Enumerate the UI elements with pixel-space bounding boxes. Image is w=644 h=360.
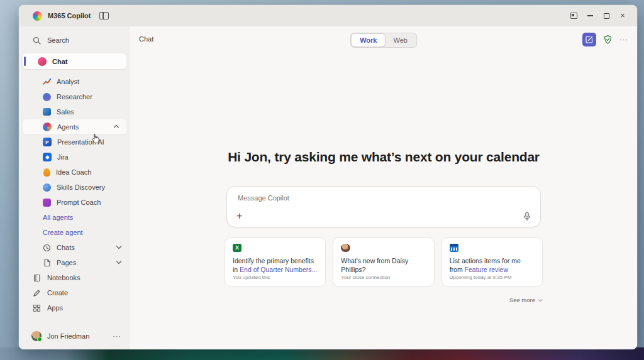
close-button[interactable]: × [614,8,631,23]
see-more-button[interactable]: See more [225,297,543,303]
attach-plus-button[interactable]: + [236,211,242,221]
microphone-icon[interactable] [523,212,531,221]
idea-coach-icon [43,168,50,177]
sidebar-item-label: Jira [57,153,69,161]
excel-icon: X [233,244,242,252]
sidebar-toggle-icon[interactable] [99,12,109,19]
card-subtext: Upcoming today at 9:35 PM [450,275,535,280]
presentation-ai-icon: P [43,138,52,146]
sidebar-section-chats[interactable]: Chats [19,240,130,255]
maximize-icon [604,13,609,19]
minimize-button[interactable] [582,8,598,23]
sidebar-item-label: Notebooks [47,274,80,281]
greeting-heading: Hi Jon, try asking me what’s next on you… [130,150,637,165]
sidebar-item-label: Idea Coach [56,168,91,176]
apps-grid-icon [33,304,41,312]
prompt-coach-icon [43,199,51,207]
copilot-logo-icon [33,11,42,21]
shield-check-icon[interactable] [603,35,613,45]
card-text: List actions items for me from Feature r… [450,256,535,275]
account-row[interactable]: Jon Friedman ··· [19,327,130,349]
sidebar-item-researcher[interactable]: Researcher [19,89,130,104]
notebook-icon [33,274,41,282]
researcher-icon [43,93,51,101]
main-header: Chat Work Web ··· [130,26,637,52]
sidebar-item-label: Sales [57,108,74,116]
sidebar-item-apps[interactable]: Apps [19,300,130,315]
sidebar: Search Chat Analyst Researcher Sales Age [19,26,130,349]
sidebar-item-label: Apps [47,304,63,312]
sidebar-item-label: Analyst [57,78,79,85]
analyst-icon [43,78,51,86]
sidebar-spacer [19,315,130,327]
sidebar-item-label: Pages [57,259,76,266]
pages-icon [43,259,51,267]
search-label: Search [47,36,69,44]
sidebar-item-label: Researcher [57,93,92,101]
user-avatar [31,331,42,341]
popout-icon [570,13,577,19]
suggestion-card-daisy[interactable]: What's new from Daisy Phillips? Your clo… [333,237,434,286]
card-text: What's new from Daisy Phillips? [341,256,426,275]
sidebar-item-analyst[interactable]: Analyst [19,74,130,89]
skills-discovery-icon [43,183,51,192]
sidebar-item-notebooks[interactable]: Notebooks [19,270,130,285]
history-clock-icon [43,244,51,252]
work-web-toggle: Work Web [350,33,417,48]
page-title: Chat [139,35,153,43]
sidebar-item-create[interactable]: Create [19,285,130,300]
card-link[interactable]: End of Quarter Numbers... [240,266,317,273]
maximize-button[interactable] [598,8,614,23]
card-text: Identify the primary benefits in End of … [233,256,318,275]
message-composer[interactable]: Message Copilot + [226,186,541,227]
card-subtext: You updated this [233,275,318,280]
sidebar-item-label: Prompt Coach [57,199,101,206]
header-more-button[interactable]: ··· [619,36,628,43]
main-area: Chat Work Web ··· Hi Jon, try asking me … [130,26,637,349]
sidebar-item-sales[interactable]: Sales [19,104,130,119]
popout-button[interactable] [565,8,582,23]
calendar-icon [450,244,458,252]
sales-icon [43,108,51,116]
app-window: M365 Copilot × Search Chat Analyst [19,5,637,349]
suggestion-cards: X Identify the primary benefits in End o… [225,237,543,286]
sidebar-item-presentation-ai[interactable]: P Presentation AI [19,134,130,150]
suggestion-card-excel[interactable]: X Identify the primary benefits in End o… [225,237,326,286]
jira-icon [43,153,52,161]
card-link[interactable]: Feature review [465,266,508,273]
chevron-down-icon[interactable] [116,245,122,249]
chevron-down-icon[interactable] [116,260,122,265]
chevron-up-icon[interactable] [113,124,119,129]
sidebar-item-prompt-coach[interactable]: Prompt Coach [19,195,130,210]
minimize-icon [587,15,593,16]
account-more-button[interactable]: ··· [113,332,121,340]
mouse-cursor [91,133,100,144]
desktop-wallpaper [0,347,644,360]
sidebar-item-skills-discovery[interactable]: Skills Discovery [19,180,130,195]
create-agent-link[interactable]: Create agent [19,225,130,240]
sidebar-item-agents[interactable]: Agents [23,119,126,134]
search-icon [33,36,41,45]
titlebar: M365 Copilot × [19,5,637,26]
toggle-work[interactable]: Work [352,34,385,46]
sidebar-item-label: Skills Discovery [57,183,105,191]
sidebar-item-chat[interactable]: Chat [23,53,126,69]
daisy-avatar [341,244,350,252]
sidebar-section-pages[interactable]: Pages [19,255,130,270]
user-name: Jon Friedman [47,332,89,340]
compose-icon [586,36,593,43]
card-subtext: Your close connection [341,275,426,280]
toggle-web[interactable]: Web [385,34,415,46]
search-input[interactable]: Search [19,33,130,48]
sidebar-item-idea-coach[interactable]: Idea Coach [19,165,130,180]
sidebar-item-jira[interactable]: Jira [19,150,130,165]
new-chat-button[interactable] [582,33,596,46]
sidebar-item-label: Chats [57,244,75,251]
agents-icon [43,123,52,131]
all-agents-link[interactable]: All agents [19,210,130,225]
chevron-down-icon [538,298,543,302]
suggestion-card-calendar[interactable]: List actions items for me from Feature r… [441,237,543,286]
sidebar-item-label: Create [47,289,68,297]
create-pen-icon [33,289,41,297]
sidebar-item-label: Agents [57,123,79,131]
